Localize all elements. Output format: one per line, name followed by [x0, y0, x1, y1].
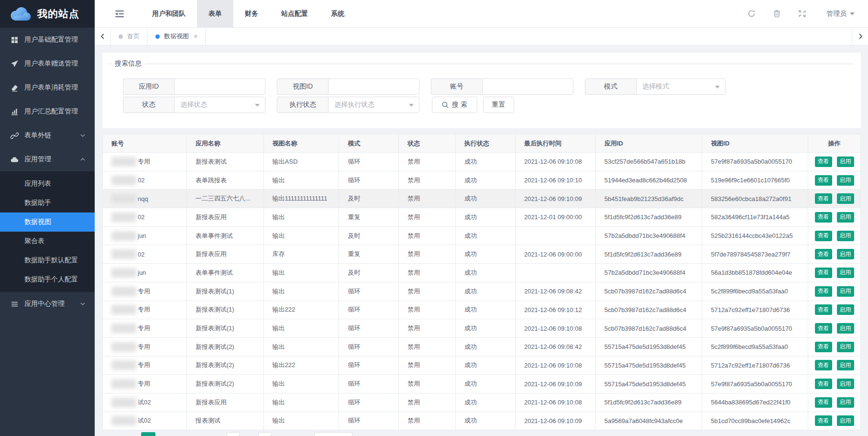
sidebar-item[interactable]: 用户汇总配置管理	[0, 100, 95, 123]
enable-button[interactable]: 启用	[837, 231, 854, 241]
tag-close-icon[interactable]: ×	[194, 33, 198, 40]
view-button[interactable]: 查看	[815, 379, 832, 389]
enable-button[interactable]: 启用	[837, 268, 854, 278]
view-button[interactable]: 查看	[815, 397, 832, 408]
sidebar-item[interactable]: 用户基础配置管理	[0, 28, 95, 52]
sidebar-menu: 用户基础配置管理用户表单赠送管理用户表单消耗管理用户汇总配置管理表单外链应用管理…	[0, 28, 95, 316]
sidebar-item[interactable]: 用户表单赠送管理	[0, 52, 95, 76]
reset-button[interactable]: 重置	[483, 97, 514, 113]
enable-button[interactable]: 启用	[837, 286, 854, 297]
table-cell-app_id: 5cb07b3987d162c7ad88d6c4	[596, 301, 703, 319]
sidebar-item[interactable]: 应用管理	[0, 147, 95, 171]
sidebar-collapse-icon[interactable]	[115, 9, 124, 19]
sidebar-subitem[interactable]: 数据视图	[0, 212, 95, 232]
table-row: 02表单跳报表输出循环禁用成功2021-12-06 09:10:1051944e…	[103, 171, 860, 190]
view-button[interactable]: 查看	[815, 286, 832, 297]
sidebar-item[interactable]: 应用中心管理	[0, 292, 95, 316]
top-nav-tab[interactable]: 财务	[233, 0, 270, 28]
table-cell-status: 禁用	[399, 227, 456, 245]
view-button[interactable]: 查看	[815, 175, 832, 186]
sidebar-subitem[interactable]: 数据助手	[0, 193, 95, 212]
view-button[interactable]: 查看	[815, 231, 832, 241]
eraser-icon	[11, 84, 19, 92]
enable-button[interactable]: 启用	[837, 304, 854, 315]
sidebar-subitem[interactable]: 数据助手默认配置	[0, 251, 95, 270]
enable-button[interactable]: 启用	[837, 415, 854, 426]
user-menu[interactable]: 管理员	[826, 10, 855, 18]
table-cell-op: 查看启用	[808, 227, 860, 245]
top-nav-tab[interactable]: 系统	[319, 0, 356, 28]
sidebar-item-label: 用户表单赠送管理	[24, 59, 86, 68]
search-button[interactable]: 搜 索	[432, 97, 477, 113]
enable-button[interactable]: 启用	[837, 323, 854, 334]
view-button[interactable]: 查看	[815, 360, 832, 370]
enable-button[interactable]: 启用	[837, 360, 854, 370]
view-button[interactable]: 查看	[815, 268, 832, 278]
table-row: 02新报表应用库存重复禁用成功2021-12-06 09:00:005f1d5f…	[103, 245, 860, 264]
table-cell-view_id: 5b1cd70cc89bac0efe14962c	[702, 412, 808, 430]
enable-button[interactable]: 启用	[837, 157, 854, 167]
form-field-label: 视图ID	[277, 78, 328, 95]
sidebar-subitem[interactable]: 数据助手个人配置	[0, 270, 95, 289]
view-button[interactable]: 查看	[815, 157, 832, 167]
view-button[interactable]: 查看	[815, 193, 832, 204]
refresh-icon[interactable]	[747, 10, 756, 18]
enable-button[interactable]: 启用	[837, 249, 854, 259]
enable-button[interactable]: 启用	[837, 175, 854, 186]
view-button[interactable]: 查看	[815, 415, 832, 426]
chevron-down-icon	[79, 301, 86, 307]
enable-button[interactable]: 启用	[837, 397, 854, 408]
data-table: 账号应用名称视图名称模式状态执行状态最后执行时间应用ID视图ID操作专用新报表测…	[102, 134, 861, 430]
fullscreen-icon[interactable]	[798, 10, 806, 18]
table-cell-op: 查看启用	[808, 412, 860, 430]
pagination-size-select[interactable]	[314, 432, 352, 436]
view-button[interactable]: 查看	[815, 342, 832, 352]
tags-scroll-left-icon[interactable]	[95, 28, 111, 45]
top-nav-tab[interactable]: 站点配置	[270, 0, 319, 28]
tag-label: 首页	[127, 32, 140, 41]
top-nav-tab[interactable]: 表单	[197, 0, 233, 28]
table-cell-app_id: 5cb07b3987d162c7ad88d6c4	[596, 282, 703, 301]
form-field-label: 应用ID	[123, 78, 174, 95]
form-field-label: 账号	[431, 78, 482, 95]
view-button[interactable]: 查看	[815, 323, 832, 334]
tag-inactive[interactable]: 首页	[111, 28, 148, 45]
enable-button[interactable]: 启用	[837, 212, 854, 223]
table-cell-app_name: 新报表测试(1)	[187, 301, 264, 319]
tag-active[interactable]: 数据视图×	[148, 28, 206, 45]
table-cell-view_id: 5644ba838695d67ed22f41f0	[702, 393, 808, 412]
form-select[interactable]: 选择状态	[174, 97, 265, 113]
table-header-cell: 应用名称	[187, 134, 264, 152]
enable-button[interactable]: 启用	[837, 342, 854, 352]
enable-button[interactable]: 启用	[837, 379, 854, 389]
pagination-button[interactable]	[258, 432, 271, 436]
top-nav-tab-label: 系统	[331, 10, 344, 18]
table-cell-app_id: 53cf257de566b547a651b18b	[596, 153, 703, 171]
site-title: 我的站点	[37, 7, 79, 21]
table-cell-mode: 循环	[339, 412, 399, 430]
view-button[interactable]: 查看	[815, 304, 832, 315]
sidebar-subitem[interactable]: 聚合表	[0, 232, 95, 251]
sidebar-item[interactable]: 用户表单消耗管理	[0, 76, 95, 100]
sidebar-item-label: 表单外链	[24, 131, 79, 140]
sidebar-item[interactable]: 表单外链	[0, 123, 95, 147]
form-input[interactable]	[328, 78, 419, 95]
pagination-active-page[interactable]	[141, 432, 155, 436]
table-cell-op: 查看启用	[808, 393, 860, 412]
view-button[interactable]: 查看	[815, 212, 832, 223]
tags-scroll-right-icon[interactable]	[852, 28, 868, 45]
view-button[interactable]: 查看	[815, 249, 832, 259]
logo[interactable]: 我的站点	[0, 0, 95, 28]
chevron-down-icon	[79, 132, 86, 139]
redacted-account-blur	[111, 398, 136, 407]
form-select[interactable]: 选择执行状态	[328, 97, 419, 113]
pagination-button[interactable]	[227, 432, 240, 436]
trash-icon[interactable]	[773, 10, 781, 18]
top-nav-tab[interactable]: 用户和团队	[141, 0, 197, 28]
table-cell-mode: 重复	[339, 208, 399, 226]
form-select[interactable]: 选择模式	[636, 78, 725, 95]
enable-button[interactable]: 启用	[837, 193, 854, 204]
form-input[interactable]	[482, 78, 573, 95]
sidebar-subitem[interactable]: 应用列表	[0, 174, 95, 193]
form-input[interactable]	[174, 78, 265, 95]
